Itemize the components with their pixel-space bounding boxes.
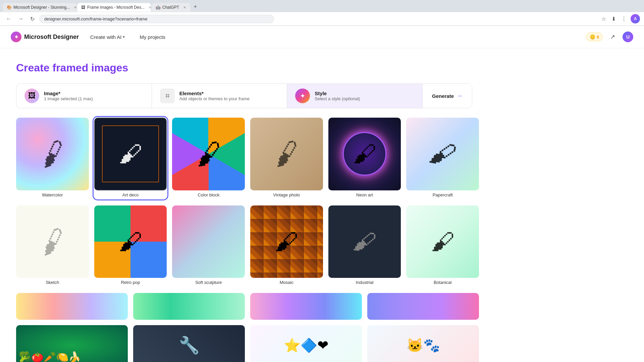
style-sublabel: Select a style (optional) (315, 96, 360, 101)
coins-count: 9 (597, 35, 599, 40)
style-label-watercolor: Watercolor (16, 192, 89, 199)
generate-arrow-icon: → (457, 93, 463, 100)
banner-row-1 (16, 293, 479, 320)
app-header: ✦ Microsoft Designer Create with AI ▾ My… (0, 26, 644, 48)
header-right: 🪙 9 ↗ U (586, 31, 633, 43)
style-label-neon: Neon art (328, 192, 401, 199)
bottom-banner-image-2: 🔧 (133, 325, 245, 362)
style-option-text: Style Select a style (optional) (315, 90, 360, 101)
style-label-vintage: Vintage photo (250, 192, 323, 199)
style-label: Style (315, 90, 360, 96)
page-title-plain: Create (16, 62, 53, 74)
style-thumbnail-sketch (16, 205, 89, 278)
style-thumbnail-industrial (328, 205, 401, 278)
style-thumbnail-watercolor (16, 118, 89, 190)
brand-name: Microsoft Designer (24, 34, 79, 41)
nav-my-projects[interactable]: My projects (136, 32, 169, 42)
style-neon[interactable]: Neon art (328, 118, 401, 199)
elements-section[interactable]: ⌗ Elements* Add objects or themes to you… (152, 84, 287, 108)
reload-button[interactable]: ↻ (28, 15, 37, 23)
image-label: Image* (44, 90, 93, 96)
tab-label-1: Microsoft Designer - Stunning... (13, 5, 70, 10)
elements-option-text: Elements* Add objects or themes to your … (179, 90, 250, 101)
bottom-banner-image-3: ⭐🔷❤ (250, 325, 362, 362)
style-thumbnail-mosaic (250, 205, 323, 278)
forward-button[interactable]: → (16, 15, 25, 22)
style-thumbnail-soft (172, 205, 245, 278)
nav-create-ai[interactable]: Create with AI ▾ (87, 32, 128, 42)
image-option-text: Image* 1 image selected (1 max) (44, 90, 93, 101)
tab-microsoft-designer[interactable]: 🎨 Microsoft Designer - Stunning... ✕ (3, 3, 76, 12)
banner-item-1[interactable] (16, 293, 128, 320)
page-title-accent: framed images (53, 62, 128, 74)
style-label-soft: Soft sculpture (172, 280, 245, 286)
chevron-down-icon: ▾ (123, 35, 125, 39)
tab-frame-images[interactable]: 🖼 Frame images - Microsoft Des... ✕ (77, 3, 151, 12)
new-tab-button[interactable]: + (191, 2, 200, 12)
bottom-banner-1[interactable]: 🥦🍅🥕🍋🍌 (16, 325, 128, 362)
style-thumbnail-vintage (250, 118, 323, 190)
banner-image-1 (16, 293, 128, 320)
tab-label-3: ChatGPT (162, 5, 179, 10)
style-artdeco[interactable]: Art deco (94, 118, 167, 199)
generate-button[interactable]: Generate → (423, 84, 472, 108)
banner-row-2: 🥦🍅🥕🍋🍌 🔧 ⭐🔷❤ 🐱🐾 (16, 325, 479, 362)
style-label-papercraft: Papercraft (406, 192, 479, 199)
style-thumbnail-neon (328, 118, 401, 190)
tab-close-3[interactable]: ✕ (183, 5, 186, 10)
elements-icon: ⌗ (160, 88, 175, 103)
share-button[interactable]: ↗ (608, 31, 617, 43)
page-title: Create framed images (16, 62, 628, 74)
bottom-banner-2[interactable]: 🔧 (133, 325, 245, 362)
style-thumbnail-artdeco (94, 118, 167, 190)
banner-item-2[interactable] (133, 293, 245, 320)
banner-image-4 (367, 293, 479, 320)
browser-profile-button[interactable]: A (631, 14, 640, 23)
tab-close-2[interactable]: ✕ (149, 5, 151, 10)
style-section[interactable]: ✦ Style Select a style (optional) (287, 84, 423, 108)
style-icon: ✦ (295, 88, 310, 103)
elements-label: Elements* (179, 90, 250, 96)
nav-create-ai-label: Create with AI (90, 34, 121, 40)
bottom-banner-image-4: 🐱🐾 (367, 325, 479, 362)
banner-item-3[interactable] (250, 293, 362, 320)
style-grid-row2: Sketch Retro pop Soft sculpture Mosaic I… (16, 205, 479, 287)
style-vintage[interactable]: Vintage photo (250, 118, 323, 199)
url-bar[interactable]: designer.microsoft.com/frame-image?scena… (39, 15, 274, 23)
tab-favicon-1: 🎨 (7, 5, 11, 10)
tab-chatgpt[interactable]: 🤖 ChatGPT ✕ (152, 3, 190, 12)
coins-badge[interactable]: 🪙 9 (586, 33, 603, 41)
style-thumbnail-botanical (406, 205, 479, 278)
generate-label: Generate (432, 93, 454, 99)
image-section[interactable]: 🖼 Image* 1 image selected (1 max) (16, 84, 152, 108)
style-industrial[interactable]: Industrial (328, 205, 401, 287)
bookmark-icon[interactable]: ☆ (600, 14, 607, 23)
browser-chrome: 🎨 Microsoft Designer - Stunning... ✕ 🖼 F… (0, 0, 644, 26)
tab-favicon-3: 🤖 (156, 5, 160, 10)
style-label-colorblock: Color block (172, 192, 245, 199)
style-papercraft[interactable]: Papercraft (406, 118, 479, 199)
back-button[interactable]: ← (4, 15, 13, 22)
banner-image-3 (250, 293, 362, 320)
style-mosaic[interactable]: Mosaic (250, 205, 323, 287)
style-sketch[interactable]: Sketch (16, 205, 89, 287)
settings-icon[interactable]: ⋮ (620, 14, 628, 23)
tab-close-1[interactable]: ✕ (74, 5, 76, 10)
banner-image-2 (133, 293, 245, 320)
bottom-banner-3[interactable]: ⭐🔷❤ (250, 325, 362, 362)
style-botanical[interactable]: Botanical (406, 205, 479, 287)
tab-favicon-2: 🖼 (81, 5, 85, 10)
style-soft[interactable]: Soft sculpture (172, 205, 245, 287)
main-content: Create framed images 🖼 Image* 1 image se… (0, 48, 644, 362)
style-thumbnail-papercraft (406, 118, 479, 190)
style-watercolor[interactable]: Watercolor (16, 118, 89, 199)
download-icon[interactable]: ⬇ (610, 14, 617, 23)
style-label-artdeco: Art deco (94, 192, 167, 199)
user-avatar[interactable]: U (623, 32, 633, 42)
tab-label-2: Frame images - Microsoft Des... (87, 5, 145, 10)
banner-item-4[interactable] (367, 293, 479, 320)
brand-logo-area[interactable]: ✦ Microsoft Designer (11, 32, 79, 42)
style-retro[interactable]: Retro pop (94, 205, 167, 287)
bottom-banner-4[interactable]: 🐱🐾 (367, 325, 479, 362)
style-colorblock[interactable]: Color block (172, 118, 245, 199)
